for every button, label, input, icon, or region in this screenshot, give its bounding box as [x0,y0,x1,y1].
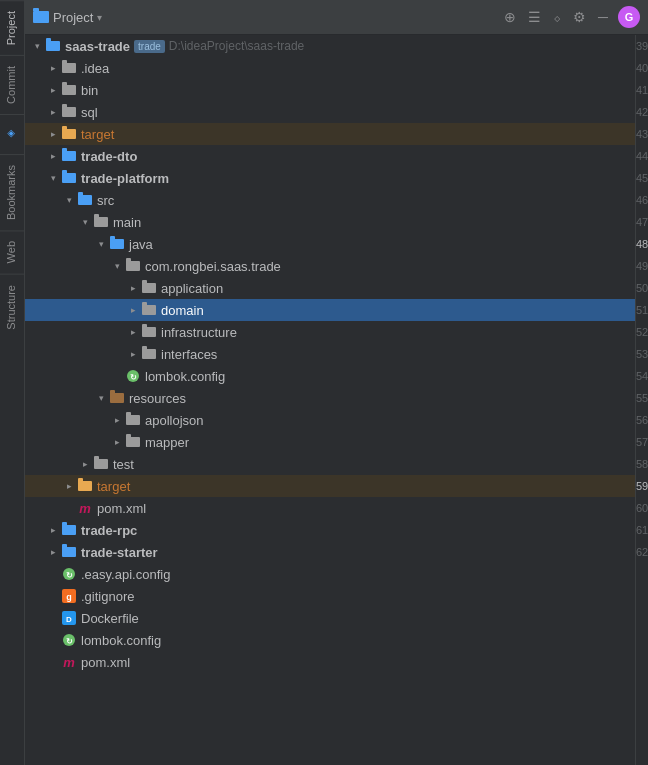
test-arrow [77,456,93,472]
tree-item-domain[interactable]: domain [25,299,635,321]
avatar[interactable]: G [618,6,640,28]
idea-arrow [45,60,61,76]
tree-item-resources[interactable]: resources [25,387,635,409]
tree-item-trade-starter[interactable]: trade-starter [25,541,635,563]
line-42: 42 [636,101,648,123]
trade-starter-label: trade-starter [81,545,158,560]
sidebar-tab-web[interactable]: Web [0,230,24,273]
root-arrow [29,38,45,54]
lombok2-label: lombok.config [81,633,161,648]
pom2-icon: m [61,654,77,670]
domain-arrow [125,302,141,318]
line-41: 41 [636,79,648,101]
dockerfile-icon: D [61,610,77,626]
collapse-icon[interactable]: ⬦ [551,7,563,27]
globe-icon[interactable]: ⊕ [502,7,518,27]
trade-rpc-label: trade-rpc [81,523,137,538]
top-bar-label: Project [53,10,93,25]
line-40: 40 [636,57,648,79]
line-48: 48 [636,233,648,255]
tree-item-infrastructure[interactable]: infrastructure [25,321,635,343]
tree-item-sql[interactable]: sql [25,101,635,123]
svg-text:↻: ↻ [130,373,137,382]
application-arrow [125,280,141,296]
main-content: Project ▾ ⊕ ☰ ⬦ ⚙ ─ G saas-trade trade D… [25,0,648,765]
line-52: 52 [636,321,648,343]
tree-item-trade-platform[interactable]: trade-platform [25,167,635,189]
interfaces-label: interfaces [161,347,217,362]
tree-item-pom2[interactable]: m pom.xml [25,651,635,673]
sidebar-tab-icon[interactable]: ◈ [0,114,24,154]
tree-item-test[interactable]: test [25,453,635,475]
tree-item-trade-dto[interactable]: trade-dto [25,145,635,167]
tree-item-trade-rpc[interactable]: trade-rpc [25,519,635,541]
line-numbers-panel: 39 40 41 42 43 44 45 46 47 48 49 50 51 5… [635,35,648,765]
top-bar-icons: ⊕ ☰ ⬦ ⚙ ─ G [502,6,640,28]
tree-item-application[interactable]: application [25,277,635,299]
tree-root[interactable]: saas-trade trade D:\ideaProject\saas-tra… [25,35,635,57]
src-icon [77,192,93,208]
sidebar-tab-bookmarks[interactable]: Bookmarks [0,154,24,230]
root-badge: trade [134,40,165,53]
split-view: saas-trade trade D:\ideaProject\saas-tra… [25,35,648,765]
tree-item-bin[interactable]: bin [25,79,635,101]
top-bar: Project ▾ ⊕ ☰ ⬦ ⚙ ─ G [25,0,648,35]
interfaces-icon [141,346,157,362]
line-60: 60 [636,497,648,519]
svg-text:↻: ↻ [66,637,73,646]
tree-item-mapper[interactable]: mapper [25,431,635,453]
bin-label: bin [81,83,98,98]
line-46: 46 [636,189,648,211]
svg-text:↻: ↻ [66,571,73,580]
tree-item-main[interactable]: main [25,211,635,233]
infrastructure-arrow [125,324,141,340]
pom1-icon: m [77,500,93,516]
com-arrow [109,258,125,274]
tree-item-gitignore[interactable]: g .gitignore [25,585,635,607]
project-dropdown-arrow[interactable]: ▾ [97,12,102,23]
settings-icon[interactable]: ⚙ [571,7,588,27]
application-label: application [161,281,223,296]
pom1-arrow [61,500,77,516]
gitignore-icon: g [61,588,77,604]
line-39: 39 [636,35,648,57]
minimize-icon[interactable]: ─ [596,7,610,27]
tree-item-dockerfile[interactable]: D Dockerfile [25,607,635,629]
list-icon[interactable]: ☰ [526,7,543,27]
infrastructure-icon [141,324,157,340]
pom1-label: pom.xml [97,501,146,516]
sidebar-tab-structure[interactable]: Structure [0,274,24,340]
java-arrow [93,236,109,252]
tree-item-pom1[interactable]: m pom.xml [25,497,635,519]
tree-item-lombok1[interactable]: ↻ lombok.config [25,365,635,387]
trade-platform-arrow [45,170,61,186]
tree-item-interfaces[interactable]: interfaces [25,343,635,365]
tree-item-com[interactable]: com.rongbei.saas.trade [25,255,635,277]
easy-api-label: .easy.api.config [81,567,170,582]
line-57: 57 [636,431,648,453]
tree-item-src[interactable]: src [25,189,635,211]
tree-item-easy-api[interactable]: ↻ .easy.api.config [25,563,635,585]
sidebar-tab-commit[interactable]: Commit [0,55,24,114]
tree-item-idea[interactable]: .idea [25,57,635,79]
resources-arrow [93,390,109,406]
tree-item-lombok2[interactable]: ↻ lombok.config [25,629,635,651]
sidebar-tab-project[interactable]: Project [0,0,24,55]
file-tree-panel: saas-trade trade D:\ideaProject\saas-tra… [25,35,635,765]
dockerfile-arrow [45,610,61,626]
left-sidebar-tabs: Project Commit ◈ Bookmarks Web Structure [0,0,25,765]
src-arrow [61,192,77,208]
resources-label: resources [129,391,186,406]
tree-item-apollojson[interactable]: apollojson [25,409,635,431]
trade-starter-icon [61,544,77,560]
trade-rpc-icon [61,522,77,538]
tree-item-java[interactable]: java [25,233,635,255]
target2-label: target [97,479,130,494]
tree-item-target1[interactable]: target [25,123,635,145]
tree-item-target2[interactable]: target [25,475,635,497]
easy-api-arrow [45,566,61,582]
infrastructure-label: infrastructure [161,325,237,340]
line-43: 43 [636,123,648,145]
svg-text:g: g [66,592,72,602]
idea-icon [61,60,77,76]
